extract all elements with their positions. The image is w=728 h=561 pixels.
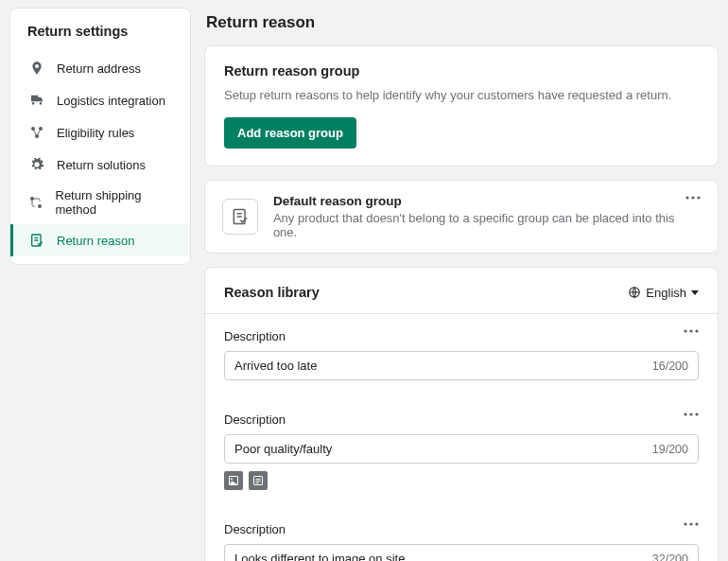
reason-group-card: Return reason group Setup return reasons…	[204, 45, 719, 167]
svg-point-20	[684, 522, 686, 525]
description-label: Description	[224, 522, 699, 536]
svg-point-7	[685, 196, 688, 199]
svg-point-22	[695, 522, 698, 525]
reason-library-title: Reason library	[224, 285, 320, 300]
sidebar-title: Return settings	[27, 24, 190, 39]
sidebar-item-label: Return reason	[57, 234, 134, 248]
svg-point-16	[695, 412, 698, 415]
sidebar-item-eligibility[interactable]: Eligibility rules	[10, 116, 190, 149]
svg-point-13	[695, 329, 698, 332]
sidebar-item-return-reason[interactable]: Return reason	[10, 224, 190, 256]
sidebar-item-label: Return solutions	[57, 158, 146, 172]
sidebar-item-logistics[interactable]: Logistics integration	[10, 84, 190, 116]
svg-point-11	[684, 329, 686, 332]
caret-down-icon	[691, 290, 699, 295]
description-input[interactable]: Arrived too late 16/200	[224, 351, 699, 380]
language-label: English	[646, 286, 686, 300]
globe-icon	[628, 286, 641, 299]
default-group-title: Default reason group	[273, 194, 701, 208]
document-check-icon	[28, 232, 45, 249]
page-title: Return reason	[206, 13, 719, 32]
char-count: 19/200	[652, 443, 688, 456]
sidebar-item-shipping[interactable]: Return shipping method	[10, 181, 190, 224]
text-icon[interactable]	[249, 471, 268, 490]
reason-item: Description Arrived too late 16/200	[205, 314, 718, 397]
svg-point-9	[697, 196, 700, 199]
reason-menu-button[interactable]	[682, 411, 701, 418]
sidebar-item-label: Eligibility rules	[57, 126, 134, 140]
svg-point-8	[691, 196, 694, 199]
sidebar-item-solutions[interactable]: Return solutions	[10, 149, 190, 181]
reason-group-subtitle: Setup return reasons to help identify wh…	[224, 88, 699, 102]
sidebar-item-return-address[interactable]: Return address	[10, 52, 190, 84]
svg-point-21	[689, 522, 692, 525]
svg-point-12	[689, 329, 692, 332]
sidebar-item-label: Return address	[57, 61, 141, 76]
description-label: Description	[224, 329, 699, 343]
reason-group-title: Return reason group	[224, 63, 699, 79]
gear-icon	[28, 156, 45, 173]
default-group-subtitle: Any product that doesn't belong to a spe…	[273, 211, 701, 239]
sidebar-item-label: Logistics integration	[57, 94, 165, 108]
svg-point-18	[231, 479, 233, 481]
description-input[interactable]: Looks different to image on site 32/200	[224, 544, 699, 561]
reason-item: Description Looks different to image on …	[205, 507, 718, 561]
route-icon	[28, 194, 44, 211]
image-icon[interactable]	[224, 471, 243, 490]
sidebar: Return settings Return address Logistics…	[9, 8, 191, 265]
reason-menu-button[interactable]	[682, 520, 701, 528]
sidebar-item-label: Return shipping method	[56, 188, 176, 217]
default-group-card: Default reason group Any product that do…	[204, 180, 719, 254]
svg-point-4	[38, 204, 42, 208]
svg-point-0	[31, 127, 35, 131]
nodes-icon	[28, 124, 45, 141]
default-group-menu-button[interactable]	[682, 192, 704, 203]
pin-icon	[28, 60, 45, 77]
description-input[interactable]: Poor quality/faulty 19/200	[224, 434, 699, 464]
truck-icon	[28, 92, 45, 109]
reason-item: Description Poor quality/faulty 19/200	[205, 397, 718, 507]
svg-point-14	[684, 412, 686, 415]
svg-point-1	[39, 127, 43, 131]
document-check-icon	[222, 199, 258, 235]
input-value: Poor quality/faulty	[234, 442, 652, 456]
language-selector[interactable]: English	[628, 286, 699, 300]
reason-menu-button[interactable]	[682, 327, 701, 335]
input-value: Arrived too late	[234, 359, 652, 373]
svg-point-15	[689, 412, 692, 415]
description-label: Description	[224, 412, 699, 427]
main-content: Return reason Return reason group Setup …	[204, 8, 719, 561]
char-count: 32/200	[652, 552, 688, 562]
svg-point-2	[35, 134, 39, 138]
input-value: Looks different to image on site	[234, 552, 652, 561]
char-count: 16/200	[652, 359, 688, 373]
add-reason-group-button[interactable]: Add reason group	[224, 117, 356, 149]
reason-library-card: Reason library English Description	[204, 267, 719, 561]
